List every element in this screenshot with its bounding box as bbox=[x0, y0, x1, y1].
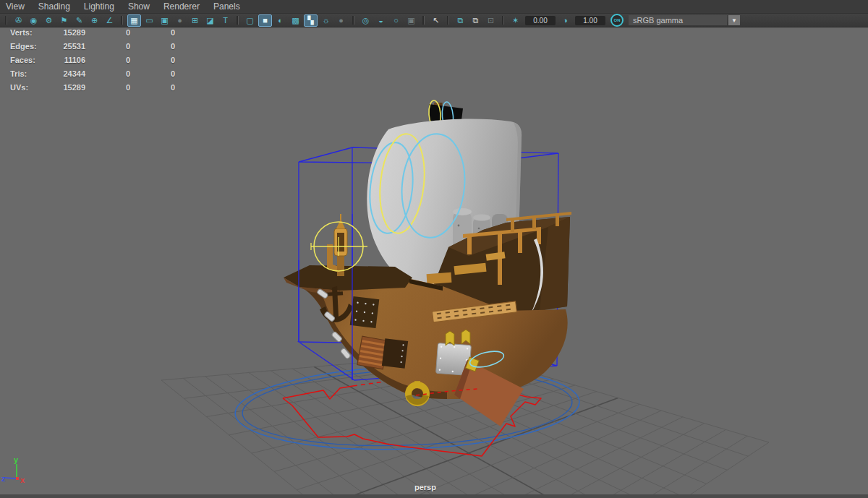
axis-label-x: x bbox=[20, 476, 25, 484]
hud-col2: 0 bbox=[153, 56, 175, 64]
resolution-gate-icon[interactable]: ▣ bbox=[158, 14, 171, 27]
exposure-field[interactable]: 0.00 bbox=[525, 16, 556, 25]
hud-label: UVs: bbox=[10, 83, 28, 92]
toolbar-separator bbox=[237, 16, 239, 25]
grid-toggle-icon[interactable]: ▦ bbox=[127, 14, 141, 27]
grid-line bbox=[365, 411, 661, 498]
menu-view[interactable]: View bbox=[6, 1, 25, 12]
safe-title-icon[interactable]: T bbox=[218, 14, 232, 27]
toolbar-separator bbox=[422, 16, 425, 25]
hud-col1: 0 bbox=[109, 69, 130, 78]
toolbar-separator bbox=[447, 16, 449, 25]
lighting-icon[interactable]: ☼ bbox=[319, 14, 333, 27]
scene-3d: y z x bbox=[0, 27, 868, 498]
safe-action-icon[interactable]: ◪ bbox=[203, 14, 217, 27]
exposure-icon[interactable]: ✶ bbox=[509, 14, 522, 27]
toolbar-separator bbox=[352, 16, 354, 25]
field-chart-icon[interactable]: ⊞ bbox=[188, 14, 202, 27]
menu-renderer[interactable]: Renderer bbox=[163, 1, 200, 12]
hud-col1: 0 bbox=[109, 28, 130, 37]
backface-culling-icon[interactable]: ◒ bbox=[374, 14, 388, 27]
gate-mask-icon[interactable]: ● bbox=[173, 14, 187, 27]
xray-icon[interactable]: ◎ bbox=[359, 14, 373, 27]
grease-pencil-icon[interactable]: ✎ bbox=[72, 14, 86, 27]
wireframe-on-shaded-icon[interactable]: ▩ bbox=[289, 14, 302, 27]
hud-col2: 0 bbox=[153, 83, 175, 92]
movie-camera-icon[interactable]: ✇ bbox=[12, 14, 25, 27]
shaded-mode-icon[interactable]: ■ bbox=[258, 14, 272, 27]
isolate-view-icon[interactable]: ⧉ bbox=[469, 14, 482, 27]
camera-label: persp bbox=[414, 483, 436, 491]
menu-panels[interactable]: Panels bbox=[213, 1, 240, 12]
axis-label-z: z bbox=[1, 474, 6, 483]
hud-label: Tris: bbox=[10, 69, 27, 78]
color-management-toggle[interactable]: ON bbox=[610, 14, 624, 27]
shadows-icon[interactable]: ● bbox=[334, 14, 348, 27]
panel-menubar: ViewShadingLightingShowRendererPanels bbox=[0, 0, 868, 14]
grid-line bbox=[455, 436, 747, 498]
menu-show[interactable]: Show bbox=[128, 1, 150, 12]
gamma-icon[interactable]: ◑ bbox=[558, 14, 572, 27]
camera-lock-icon[interactable]: ◉ bbox=[27, 14, 41, 27]
measure-tool-icon[interactable]: ∠ bbox=[103, 14, 116, 27]
bookmark-icon[interactable]: ⚑ bbox=[57, 14, 71, 27]
antialias-icon[interactable]: ○ bbox=[389, 14, 403, 27]
select-tool-icon[interactable]: ↖ bbox=[429, 14, 443, 27]
axis-label-y: y bbox=[14, 455, 19, 464]
dropdown-arrow-icon[interactable]: ▼ bbox=[728, 15, 740, 25]
hud-col1: 0 bbox=[109, 42, 130, 51]
toolbar-separator bbox=[502, 16, 504, 25]
hud-total: 15289 bbox=[29, 28, 85, 37]
hud-col2: 0 bbox=[153, 69, 175, 78]
menu-lighting[interactable]: Lighting bbox=[84, 1, 114, 12]
axis-indicator: y z x bbox=[1, 455, 25, 484]
hud-total: 24344 bbox=[29, 69, 85, 78]
multisample-icon[interactable]: ▣ bbox=[404, 14, 418, 27]
gamma-field[interactable]: 1.00 bbox=[575, 16, 605, 25]
grid-line bbox=[409, 424, 704, 498]
toolbar-separator bbox=[121, 16, 123, 25]
menu-shading[interactable]: Shading bbox=[38, 1, 70, 12]
camera-attributes-icon[interactable]: ⚙ bbox=[42, 14, 56, 27]
hud-col2: 0 bbox=[153, 28, 175, 37]
view-transform-dropdown[interactable]: sRGB gamma bbox=[629, 15, 727, 25]
viewport-persp[interactable]: y z x Verts:1528900Edges:2553100Faces:11… bbox=[0, 27, 868, 498]
textured-mode-icon[interactable]: ◐ bbox=[273, 14, 287, 27]
viewport-bottom-strip bbox=[0, 494, 868, 498]
viewport-toolbar: ✇◉⚙⚑✎⊕∠▦▭▣●⊞◪T▢■◐▩▚☼●◎◒○▣↖⧉⧉⊡✶0.00◑1.00O… bbox=[0, 14, 868, 27]
hud-col1: 0 bbox=[109, 56, 130, 64]
maya-viewport-panel: ViewShadingLightingShowRendererPanels ✇◉… bbox=[0, 0, 868, 498]
hud-total: 15289 bbox=[29, 83, 85, 92]
hud-col2: 0 bbox=[153, 42, 175, 51]
toolbar-separator bbox=[5, 16, 7, 25]
pan-zoom-icon[interactable]: ⊕ bbox=[88, 14, 101, 27]
screen-space-icon[interactable]: ⊡ bbox=[484, 14, 498, 27]
isolate-select-icon[interactable]: ⧉ bbox=[454, 14, 467, 27]
hud-col1: 0 bbox=[109, 83, 130, 92]
hud-total: 25531 bbox=[29, 42, 85, 51]
hud-total: 11106 bbox=[29, 56, 85, 64]
film-gate-icon[interactable]: ▭ bbox=[142, 14, 156, 27]
default-material-icon[interactable]: ▚ bbox=[304, 14, 318, 27]
wireframe-mode-icon[interactable]: ▢ bbox=[243, 14, 257, 27]
